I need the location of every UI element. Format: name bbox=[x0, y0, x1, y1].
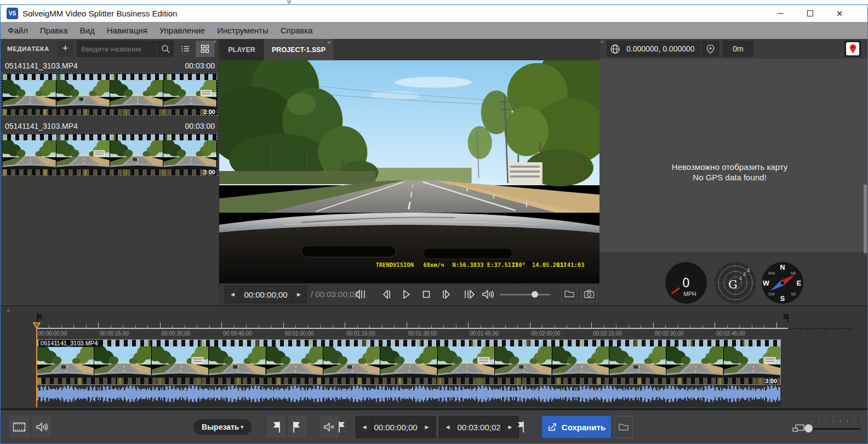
stop-button[interactable] bbox=[416, 284, 436, 304]
grid-view-button[interactable] bbox=[196, 41, 214, 57]
end-time-decrease-button[interactable]: ◀ bbox=[439, 417, 456, 437]
window-edge-scroll-thumb[interactable] bbox=[864, 185, 867, 253]
media-item-row[interactable]: 05141141_3103.MP4 00:03:00 bbox=[1, 61, 219, 72]
svg-text:S: S bbox=[780, 295, 785, 303]
tab-close-icon[interactable]: × bbox=[327, 39, 331, 47]
ruler-tick bbox=[246, 325, 247, 328]
folder-icon bbox=[564, 289, 575, 298]
time-step-forward-button[interactable]: ▶ bbox=[292, 286, 306, 303]
show-on-map-button[interactable] bbox=[844, 41, 861, 57]
cut-button[interactable]: Вырезать ▾ bbox=[193, 419, 252, 435]
volume-button[interactable] bbox=[478, 284, 498, 304]
video-thumbnail bbox=[380, 346, 437, 378]
step-back-button[interactable] bbox=[377, 284, 397, 304]
media-item-filmstrip[interactable]: 3:00 bbox=[2, 133, 218, 176]
ruler-tick bbox=[690, 325, 690, 328]
ruler-tick bbox=[61, 325, 62, 328]
close-button[interactable]: ✕ bbox=[830, 5, 849, 22]
ruler-tick bbox=[221, 322, 222, 328]
minimize-button[interactable] bbox=[771, 5, 790, 22]
timeline-ruler[interactable]: 00:00:00;0000:00:15;0000:00:30;0000:00:4… bbox=[1, 306, 867, 339]
snapshot-button[interactable] bbox=[581, 286, 597, 302]
maximize-button[interactable] bbox=[801, 5, 819, 22]
map-area: Невозможно отобразить карту No GPS data … bbox=[599, 59, 867, 253]
ruler-tick bbox=[579, 325, 580, 328]
volume-slider-knob[interactable] bbox=[532, 291, 538, 298]
svg-text:NE: NE bbox=[791, 271, 796, 276]
menu-item-tools[interactable]: Инструменты bbox=[211, 22, 275, 39]
start-time-decrease-button[interactable]: ◀ bbox=[356, 417, 373, 437]
end-time-value[interactable]: 00:03:00;02 bbox=[456, 417, 502, 437]
zoom-slider-knob[interactable] bbox=[804, 424, 813, 432]
output-folder-button[interactable] bbox=[614, 416, 633, 438]
search-input[interactable] bbox=[77, 45, 157, 53]
ruler-label: 00:01:45;00 bbox=[470, 331, 499, 337]
ruler-tick bbox=[394, 325, 395, 328]
panel-collapse-icon[interactable]: « bbox=[213, 38, 216, 44]
speed-gauge: 0 MPH bbox=[665, 261, 707, 304]
gforce-gauge: G 1 2 3 bbox=[714, 261, 757, 304]
media-item-row[interactable]: 05141141_3103.MP4 00:03:00 bbox=[1, 122, 219, 133]
save-button[interactable]: Сохранить bbox=[542, 416, 611, 438]
media-item-filmstrip[interactable]: 3:00 bbox=[2, 73, 218, 116]
panel-expand-icon[interactable]: » bbox=[601, 38, 604, 44]
video-track-toggle-button[interactable] bbox=[9, 416, 29, 438]
title-bar: VS SolveigMM Video Splitter Business Edi… bbox=[1, 5, 867, 22]
set-in-marker-button[interactable] bbox=[267, 416, 285, 438]
in-time-flag-icon bbox=[336, 420, 348, 434]
media-item-name: 05141141_3103.MP4 bbox=[5, 61, 78, 70]
out-point-marker[interactable] bbox=[781, 314, 789, 322]
filmstrip-sprockets bbox=[3, 169, 217, 175]
set-out-marker-button[interactable] bbox=[288, 416, 306, 438]
video-thumbnail bbox=[495, 346, 552, 378]
audio-waveform[interactable] bbox=[37, 385, 781, 402]
tab-player[interactable]: PLAYER bbox=[220, 39, 264, 60]
in-point-marker[interactable] bbox=[37, 314, 44, 322]
video-thumbnail bbox=[56, 140, 110, 169]
ruler-tick bbox=[567, 325, 567, 328]
maximize-icon bbox=[807, 10, 813, 16]
menu-item-file[interactable]: Файл bbox=[2, 22, 34, 39]
svg-text:E: E bbox=[797, 280, 801, 287]
audio-track-toggle-button[interactable] bbox=[32, 416, 51, 438]
app-logo-icon: VS bbox=[7, 8, 18, 19]
menu-item-edit[interactable]: Правка bbox=[34, 22, 74, 39]
step-forward-button[interactable] bbox=[436, 284, 456, 304]
next-keyframe-button[interactable] bbox=[459, 284, 479, 304]
tab-project[interactable]: PROJECT-1.SSP × bbox=[264, 39, 333, 60]
time-step-back-button[interactable]: ◀ bbox=[225, 286, 240, 303]
zoom-slider-track[interactable] bbox=[806, 428, 861, 430]
timeline-area: « 00:00:00;0000:00:15;0000:00:30;0000:00… bbox=[1, 305, 867, 408]
start-time-increase-button[interactable]: ▶ bbox=[419, 417, 435, 437]
menu-item-control[interactable]: Управление bbox=[153, 22, 211, 39]
menu-item-help[interactable]: Справка bbox=[275, 22, 319, 39]
timeline-clip[interactable]: 05141141_3103.MP4 3:00 bbox=[37, 339, 781, 385]
current-time-value[interactable]: 00:00:00;00 bbox=[240, 286, 292, 303]
volume-slider-track[interactable] bbox=[500, 294, 550, 295]
menu-item-view[interactable]: Вид bbox=[74, 22, 101, 39]
previous-keyframe-button[interactable] bbox=[351, 284, 370, 304]
add-location-icon[interactable] bbox=[701, 44, 719, 54]
ruler-tick bbox=[653, 322, 654, 328]
step-back-icon bbox=[382, 289, 392, 299]
ruler-tick bbox=[481, 325, 481, 328]
map-message-line2: No GPS data found! bbox=[599, 172, 860, 183]
search-icon[interactable] bbox=[157, 44, 174, 54]
list-view-button[interactable] bbox=[177, 41, 193, 57]
menu-item-navigation[interactable]: Навигация bbox=[101, 22, 153, 39]
open-folder-button[interactable] bbox=[561, 286, 578, 302]
svg-text:N: N bbox=[780, 264, 785, 271]
ruler-tick bbox=[456, 325, 456, 328]
video-preview[interactable]: TRENDVISION 68км/ч N:56.3833 E:37.5177 1… bbox=[219, 60, 599, 283]
ruler-tick bbox=[591, 322, 592, 328]
playhead-line[interactable] bbox=[36, 328, 37, 407]
next-keyframe-icon bbox=[463, 289, 475, 299]
gps-altitude[interactable]: 0m bbox=[723, 41, 753, 57]
add-media-button[interactable]: + bbox=[57, 41, 73, 57]
end-time-control: ◀ 00:03:00;02 ▶ bbox=[439, 416, 519, 438]
ruler-tick bbox=[49, 325, 49, 328]
start-time-value[interactable]: 00:00:00;00 bbox=[373, 417, 419, 437]
play-button[interactable] bbox=[397, 284, 416, 304]
ruler-tick bbox=[776, 322, 777, 328]
gps-coordinates[interactable]: 0.000000, 0.000000 bbox=[623, 44, 700, 53]
